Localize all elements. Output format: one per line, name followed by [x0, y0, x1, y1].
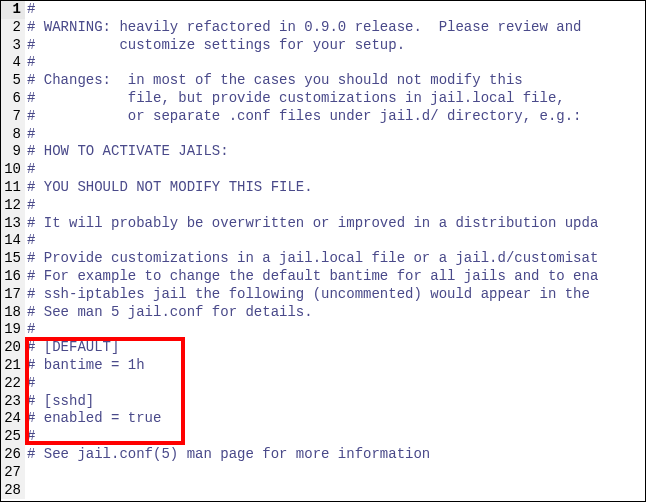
editor-line[interactable]: 23# [sshd] — [1, 393, 645, 411]
line-content: # Changes: in most of the cases you shou… — [25, 72, 523, 90]
line-content: # — [25, 1, 35, 19]
line-content: # [DEFAULT] — [25, 339, 119, 357]
line-content — [25, 464, 27, 482]
line-number: 1 — [1, 1, 25, 19]
line-content: # See jail.conf(5) man page for more inf… — [25, 446, 430, 464]
line-number: 24 — [1, 410, 25, 428]
line-content: # or separate .conf files under jail.d/ … — [25, 108, 582, 126]
line-content: # For example to change the default bant… — [25, 268, 598, 286]
line-number: 27 — [1, 464, 25, 482]
line-number: 22 — [1, 375, 25, 393]
line-number: 8 — [1, 126, 25, 144]
line-content: # — [25, 232, 35, 250]
line-number: 28 — [1, 482, 25, 500]
editor-line[interactable]: 20# [DEFAULT] — [1, 339, 645, 357]
editor-line[interactable]: 10# — [1, 161, 645, 179]
line-number: 5 — [1, 72, 25, 90]
line-content: # enabled = true — [25, 410, 161, 428]
editor-line[interactable]: 28 — [1, 482, 645, 500]
line-content: # — [25, 321, 35, 339]
line-content — [25, 482, 27, 500]
line-number: 25 — [1, 428, 25, 446]
editor-line[interactable]: 4# — [1, 54, 645, 72]
editor-line[interactable]: 1# — [1, 1, 645, 19]
line-number: 11 — [1, 179, 25, 197]
line-content: # YOU SHOULD NOT MODIFY THIS FILE. — [25, 179, 313, 197]
editor-line[interactable]: 7# or separate .conf files under jail.d/… — [1, 108, 645, 126]
editor-line[interactable]: 5# Changes: in most of the cases you sho… — [1, 72, 645, 90]
editor-line[interactable]: 27 — [1, 464, 645, 482]
line-content: # See man 5 jail.conf for details. — [25, 304, 313, 322]
line-number: 7 — [1, 108, 25, 126]
line-content: # WARNING: heavily refactored in 0.9.0 r… — [25, 19, 582, 37]
line-number: 20 — [1, 339, 25, 357]
editor-line[interactable]: 17# ssh-iptables jail the following (unc… — [1, 286, 645, 304]
line-number: 13 — [1, 215, 25, 233]
line-content: # Provide customizations in a jail.local… — [25, 250, 598, 268]
line-content: # bantime = 1h — [25, 357, 145, 375]
line-number: 10 — [1, 161, 25, 179]
editor-line[interactable]: 3# customize settings for your setup. — [1, 37, 645, 55]
editor-line[interactable]: 18# See man 5 jail.conf for details. — [1, 304, 645, 322]
editor-line[interactable]: 9# HOW TO ACTIVATE JAILS: — [1, 143, 645, 161]
editor-line[interactable]: 15# Provide customizations in a jail.loc… — [1, 250, 645, 268]
line-content: # file, but provide customizations in ja… — [25, 90, 565, 108]
line-content: # — [25, 428, 35, 446]
editor-line[interactable]: 12# — [1, 197, 645, 215]
editor-line[interactable]: 6# file, but provide customizations in j… — [1, 90, 645, 108]
editor-line[interactable]: 19# — [1, 321, 645, 339]
line-content: # HOW TO ACTIVATE JAILS: — [25, 143, 229, 161]
line-number: 21 — [1, 357, 25, 375]
line-number: 16 — [1, 268, 25, 286]
editor-line[interactable]: 2# WARNING: heavily refactored in 0.9.0 … — [1, 19, 645, 37]
line-number: 26 — [1, 446, 25, 464]
editor-line[interactable]: 24# enabled = true — [1, 410, 645, 428]
line-number: 9 — [1, 143, 25, 161]
editor-line[interactable]: 25# — [1, 428, 645, 446]
line-number: 18 — [1, 304, 25, 322]
editor-line[interactable]: 26# See jail.conf(5) man page for more i… — [1, 446, 645, 464]
line-number: 23 — [1, 393, 25, 411]
line-number: 17 — [1, 286, 25, 304]
line-number: 15 — [1, 250, 25, 268]
line-number: 4 — [1, 54, 25, 72]
editor-line[interactable]: 14# — [1, 232, 645, 250]
line-number: 12 — [1, 197, 25, 215]
line-number: 19 — [1, 321, 25, 339]
editor-line[interactable]: 21# bantime = 1h — [1, 357, 645, 375]
line-number: 3 — [1, 37, 25, 55]
editor-line[interactable]: 13# It will probably be overwritten or i… — [1, 215, 645, 233]
line-number: 6 — [1, 90, 25, 108]
line-content: # — [25, 126, 35, 144]
line-content: # It will probably be overwritten or imp… — [25, 215, 598, 233]
editor-line[interactable]: 11# YOU SHOULD NOT MODIFY THIS FILE. — [1, 179, 645, 197]
line-content: # — [25, 197, 35, 215]
editor-line[interactable]: 16# For example to change the default ba… — [1, 268, 645, 286]
editor-line[interactable]: 22# — [1, 375, 645, 393]
line-number: 14 — [1, 232, 25, 250]
line-content: # — [25, 375, 35, 393]
text-editor[interactable]: 1#2# WARNING: heavily refactored in 0.9.… — [1, 1, 645, 501]
line-content: # — [25, 161, 35, 179]
line-content: # ssh-iptables jail the following (uncom… — [25, 286, 598, 304]
line-content: # [sshd] — [25, 393, 94, 411]
line-number: 2 — [1, 19, 25, 37]
line-content: # — [25, 54, 35, 72]
editor-line[interactable]: 8# — [1, 126, 645, 144]
line-content: # customize settings for your setup. — [25, 37, 405, 55]
